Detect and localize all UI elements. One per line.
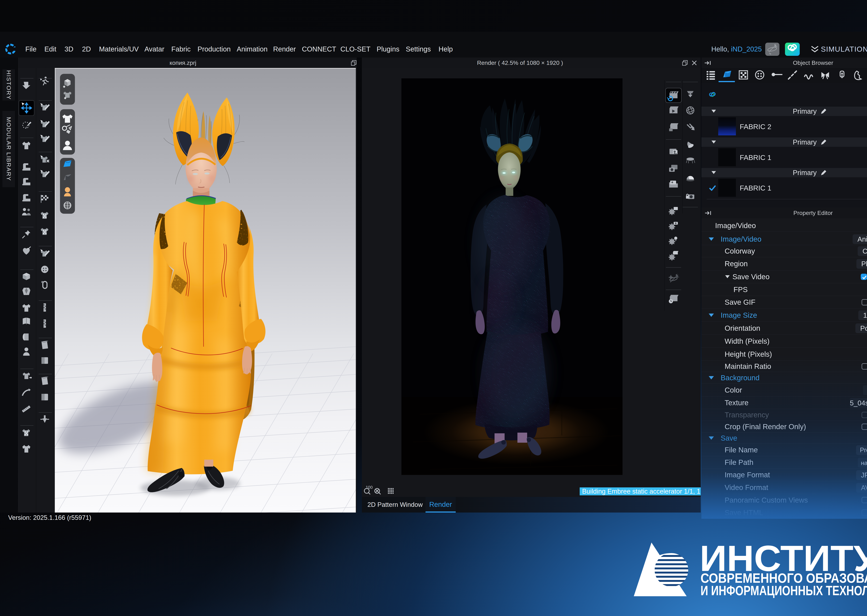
- svg-text:И ИНФОРМАЦИОННЫХ ТЕХНОЛОГИЙ: И ИНФОРМАЦИОННЫХ ТЕХНОЛОГИЙ: [700, 583, 867, 598]
- svg-text:100: 100: [366, 485, 373, 490]
